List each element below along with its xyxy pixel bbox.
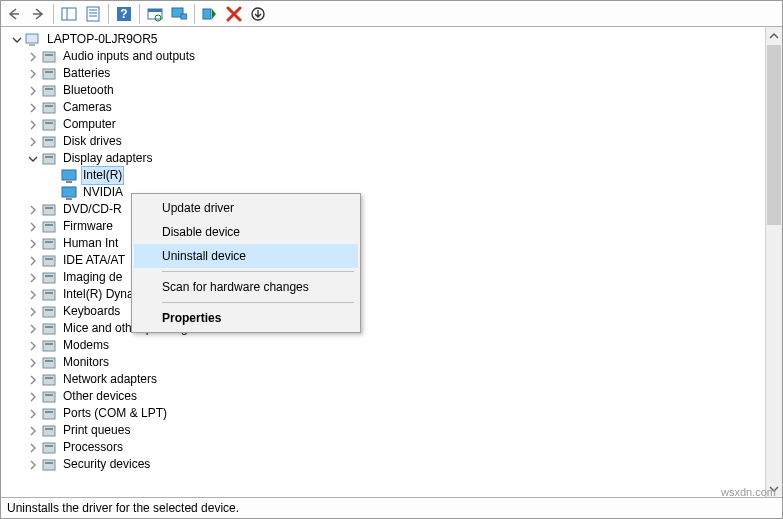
tree-root[interactable]: LAPTOP-0LJR9OR5 [5,31,765,48]
svg-rect-23 [43,103,55,113]
svg-rect-58 [45,394,53,396]
help-button[interactable]: ? [113,3,135,25]
tree-category-label: Audio inputs and outputs [61,48,197,65]
status-bar: Uninstalls the driver for the selected d… [1,498,782,518]
tree-category[interactable]: Monitors [5,354,765,371]
device-tree[interactable]: LAPTOP-0LJR9OR5Audio inputs and outputsB… [1,27,765,497]
tree-category[interactable]: Mice and other pointing devices [5,320,765,337]
svg-rect-49 [43,324,55,334]
svg-rect-56 [45,377,53,379]
context-menu-item[interactable]: Update driver [134,196,358,220]
tree-category[interactable]: IDE ATA/AT [5,252,765,269]
expander[interactable] [27,136,39,148]
context-menu-item[interactable]: Properties [134,306,358,330]
scroll-up-button[interactable] [766,27,782,44]
svg-rect-62 [45,428,53,430]
context-menu-separator [162,271,354,272]
tree-category[interactable]: DVD/CD-R [5,201,765,218]
tree-category[interactable]: Cameras [5,99,765,116]
tree-category[interactable]: Intel(R) Dynamic Platform and Thermal Fr… [5,286,765,303]
properties-button[interactable] [82,3,104,25]
down-circle-icon [250,6,266,22]
expander[interactable] [27,306,39,318]
expander[interactable] [27,85,39,97]
expander[interactable] [27,459,39,471]
expander[interactable] [27,153,39,165]
expander[interactable] [27,221,39,233]
svg-rect-50 [45,326,53,328]
scan-hardware-button[interactable] [168,3,190,25]
tree-category[interactable]: Processors [5,439,765,456]
expander[interactable] [27,51,39,63]
tree-category[interactable]: Disk drives [5,133,765,150]
scroll-thumb[interactable] [767,45,781,225]
context-menu-item-label: Uninstall device [162,249,246,263]
svg-rect-42 [45,258,53,260]
tree-area: LAPTOP-0LJR9OR5Audio inputs and outputsB… [1,27,782,498]
disable-device-button[interactable] [247,3,269,25]
forward-button[interactable] [27,3,49,25]
expander[interactable] [27,68,39,80]
expander[interactable] [27,425,39,437]
expander[interactable] [27,357,39,369]
svg-rect-0 [62,8,76,20]
tree-category[interactable]: Network adapters [5,371,765,388]
context-menu-item[interactable]: Disable device [134,220,358,244]
tree-category-label: Monitors [61,354,111,371]
tree-category[interactable]: Audio inputs and outputs [5,48,765,65]
tree-category[interactable]: Bluetooth [5,82,765,99]
tree-category[interactable]: Imaging de [5,269,765,286]
enable-device-button[interactable] [199,3,221,25]
expander[interactable] [27,272,39,284]
uninstall-device-button[interactable] [223,3,245,25]
tree-category[interactable]: Human Int [5,235,765,252]
svg-rect-40 [45,241,53,243]
svg-rect-2 [87,7,99,21]
expander[interactable] [27,374,39,386]
tree-category[interactable]: Batteries [5,65,765,82]
expander[interactable] [27,204,39,216]
expander[interactable] [27,119,39,131]
tree-category[interactable]: Print queues [5,422,765,439]
svg-rect-21 [43,86,55,96]
expander[interactable] [27,238,39,250]
tree-device[interactable]: Intel(R) [5,167,765,184]
expander[interactable] [27,391,39,403]
expander[interactable] [27,323,39,335]
expander-closed-icon [28,239,38,249]
svg-rect-9 [148,9,162,12]
tree-category[interactable]: Modems [5,337,765,354]
show-hide-tree-button[interactable] [58,3,80,25]
device-icon [41,406,57,422]
svg-rect-66 [45,462,53,464]
tree-category[interactable]: Keyboards [5,303,765,320]
expander[interactable] [11,34,23,46]
svg-rect-35 [43,205,55,215]
expander[interactable] [27,408,39,420]
context-menu-item[interactable]: Scan for hardware changes [134,275,358,299]
expander-closed-icon [28,443,38,453]
tree-category[interactable]: Ports (COM & LPT) [5,405,765,422]
tree-category[interactable]: Security devices [5,456,765,473]
tree-category[interactable]: Other devices [5,388,765,405]
expander[interactable] [27,102,39,114]
device-icon [41,423,57,439]
tree-root-label: LAPTOP-0LJR9OR5 [45,31,160,48]
tree-category[interactable]: Firmware [5,218,765,235]
tree-category[interactable]: Display adapters [5,150,765,167]
tree-device[interactable]: NVIDIA [5,184,765,201]
back-button[interactable] [3,3,25,25]
expander[interactable] [27,340,39,352]
tree-category[interactable]: Computer [5,116,765,133]
svg-rect-46 [45,292,53,294]
svg-rect-16 [29,44,35,46]
tree-device-label: NVIDIA [81,184,125,201]
pane-icon [61,6,77,22]
expander[interactable] [27,289,39,301]
context-menu-item[interactable]: Uninstall device [134,244,358,268]
vertical-scrollbar[interactable] [765,27,782,497]
update-driver-button[interactable] [144,3,166,25]
expander-closed-icon [28,375,38,385]
expander[interactable] [27,255,39,267]
expander[interactable] [27,442,39,454]
